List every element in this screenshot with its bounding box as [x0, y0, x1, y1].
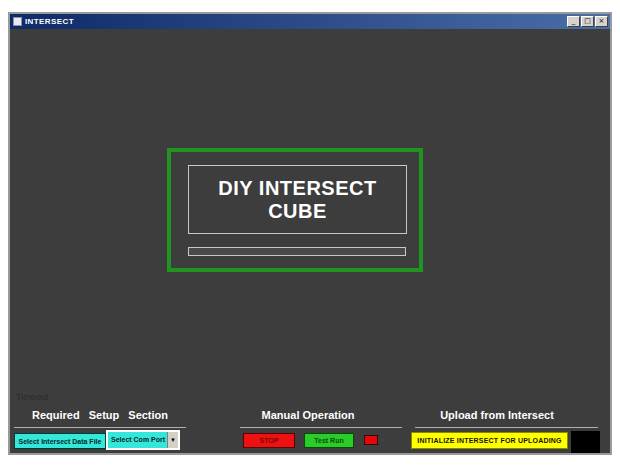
- required-section-divider: [14, 427, 186, 428]
- chevron-down-icon[interactable]: ▼: [167, 432, 178, 448]
- cube-title: DIY INTERSECT CUBE: [205, 177, 390, 223]
- close-icon[interactable]: ×: [595, 16, 608, 27]
- upload-section-title: Upload from Intersect: [407, 409, 587, 421]
- required-section-title: Required Setup Section: [25, 409, 175, 421]
- screen: INTERSECT _ □ × DIY INTERSECT CUBE Timeo…: [0, 0, 620, 465]
- minimize-icon[interactable]: _: [567, 16, 580, 27]
- status-led-indicator: [364, 435, 378, 445]
- window-title: INTERSECT: [25, 17, 74, 26]
- timeout-label: Timeout: [16, 392, 48, 402]
- cube-display-panel: DIY INTERSECT CUBE: [167, 148, 423, 272]
- progress-bar: [188, 247, 406, 256]
- titlebar[interactable]: INTERSECT _ □ ×: [10, 14, 610, 29]
- com-port-dropdown[interactable]: Select Com Port ▼: [106, 430, 180, 450]
- upload-section-divider: [415, 427, 598, 428]
- window-controls: _ □ ×: [567, 16, 608, 27]
- maximize-icon[interactable]: □: [581, 16, 594, 27]
- stop-button[interactable]: STOP: [243, 433, 295, 448]
- cube-title-box: DIY INTERSECT CUBE: [188, 165, 407, 234]
- manual-section-divider: [240, 427, 402, 428]
- manual-section-title: Manual Operation: [228, 409, 388, 421]
- app-window: INTERSECT _ □ × DIY INTERSECT CUBE Timeo…: [8, 12, 612, 455]
- test-run-button[interactable]: Test Run: [304, 433, 354, 448]
- app-icon: [13, 17, 22, 26]
- upload-status-display: [571, 431, 600, 453]
- initialize-upload-button[interactable]: INITIALIZE INTERSECT FOR UPLOADING: [411, 432, 568, 449]
- com-port-dropdown-value: Select Com Port: [108, 432, 167, 448]
- select-intersect-data-file-button[interactable]: Select Intersect Data File: [14, 433, 106, 449]
- client-area: DIY INTERSECT CUBE Timeout Required Setu…: [10, 29, 610, 453]
